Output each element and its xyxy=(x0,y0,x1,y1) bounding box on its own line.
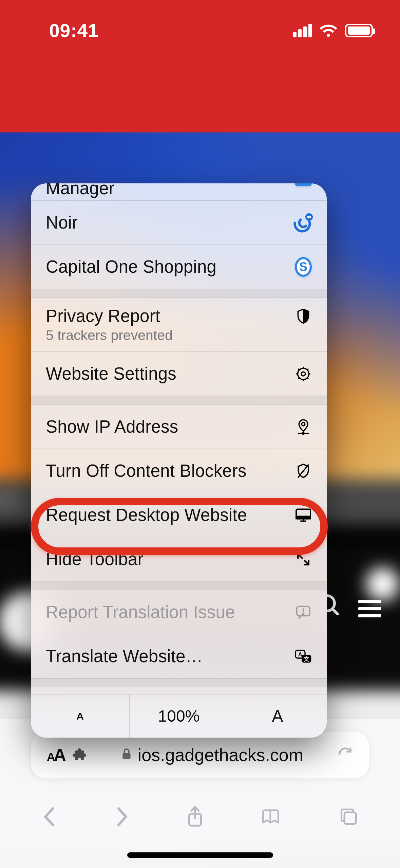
svg-line-15 xyxy=(299,378,299,378)
website-settings[interactable]: Website Settings xyxy=(31,351,327,396)
extension-lastpass[interactable]: LastPass: Free Password Manager xyxy=(31,183,327,200)
listen-to-page: Listen to Page xyxy=(31,687,327,694)
extension-capital-one-icon: S xyxy=(295,257,312,277)
shield-slash-icon xyxy=(295,463,312,479)
gear-icon xyxy=(295,366,312,381)
location-pin-icon xyxy=(295,419,312,435)
safari-toolbar: AA ios.gadgethacks.com xyxy=(0,719,400,868)
status-bar: 09:41 xyxy=(0,0,400,61)
exclamation-bubble-icon xyxy=(295,605,312,619)
extension-lastpass-icon xyxy=(295,183,312,186)
extension-noir[interactable]: Noir xyxy=(31,200,327,245)
extension-lastpass-label: LastPass: Free Password Manager xyxy=(46,183,295,198)
turn-off-content-blockers[interactable]: Turn Off Content Blockers xyxy=(31,449,327,493)
home-indicator[interactable] xyxy=(127,852,273,858)
expand-arrows-icon xyxy=(295,552,312,566)
svg-point-16 xyxy=(302,422,305,426)
svg-text:文: 文 xyxy=(303,656,309,662)
extension-noir-icon xyxy=(295,213,312,233)
menu-separator xyxy=(31,678,327,687)
svg-rect-5 xyxy=(309,216,311,218)
privacy-report-label: Privacy Report xyxy=(46,306,295,326)
zoom-level-label: 100% xyxy=(158,707,200,725)
lock-icon xyxy=(121,748,132,762)
bookmarks-button[interactable] xyxy=(261,808,283,827)
show-ip-address[interactable]: Show IP Address xyxy=(31,404,327,449)
hide-toolbar[interactable]: Hide Toolbar xyxy=(31,537,327,581)
request-desktop-label: Request Desktop Website xyxy=(46,505,295,525)
svg-point-7 xyxy=(301,372,305,376)
request-desktop-website[interactable]: Request Desktop Website xyxy=(31,493,327,537)
extension-capital-one-label: Capital One Shopping xyxy=(46,257,295,277)
menu-separator xyxy=(31,396,327,404)
aa-big: A xyxy=(54,745,65,764)
report-translation-issue: Report Translation Issue xyxy=(31,590,327,634)
svg-line-13 xyxy=(307,378,308,378)
bg-won-label: WON xyxy=(0,494,22,506)
zoom-big-a: A xyxy=(272,706,283,726)
desktop-icon xyxy=(295,508,312,522)
svg-point-3 xyxy=(305,213,313,221)
privacy-report-subtitle: 5 trackers prevented xyxy=(46,327,173,343)
cellular-signal-icon xyxy=(293,24,312,37)
svg-point-18 xyxy=(302,432,304,434)
battery-icon xyxy=(345,24,373,37)
report-translation-label: Report Translation Issue xyxy=(46,602,295,622)
tabs-button[interactable] xyxy=(339,807,358,828)
svg-rect-21 xyxy=(296,516,310,519)
privacy-report[interactable]: Privacy Report 5 trackers prevented xyxy=(31,297,327,351)
svg-line-14 xyxy=(307,369,308,369)
extensions-icon[interactable] xyxy=(72,747,87,763)
extension-capital-one-shopping[interactable]: Capital One Shopping S xyxy=(31,245,327,289)
page-settings-menu: LastPass: Free Password Manager Noir xyxy=(31,183,327,738)
menu-separator xyxy=(31,581,327,590)
svg-point-28 xyxy=(303,613,304,614)
url-bar[interactable]: AA ios.gadgethacks.com xyxy=(31,731,369,779)
shield-icon xyxy=(295,309,312,324)
menu-separator xyxy=(31,289,327,297)
show-ip-label: Show IP Address xyxy=(46,417,295,437)
zoom-level[interactable]: 100% xyxy=(129,694,228,738)
svg-line-12 xyxy=(299,369,299,369)
content-blockers-label: Turn Off Content Blockers xyxy=(46,461,295,481)
zoom-out-button[interactable]: A xyxy=(31,694,129,738)
zoom-control: A 100% A xyxy=(31,694,327,738)
forward-button[interactable] xyxy=(114,807,130,828)
status-time: 09:41 xyxy=(49,20,99,41)
svg-rect-38 xyxy=(122,753,130,759)
back-button[interactable] xyxy=(42,807,57,828)
hide-toolbar-label: Hide Toolbar xyxy=(46,549,295,569)
hamburger-menu-icon[interactable] xyxy=(358,596,381,621)
translate-icon: A文 xyxy=(295,649,312,664)
reload-icon[interactable] xyxy=(338,746,353,763)
website-settings-label: Website Settings xyxy=(46,364,295,384)
aa-small: A xyxy=(47,750,54,763)
zoom-small-a: A xyxy=(76,710,84,722)
extension-noir-label: Noir xyxy=(46,213,295,233)
page-settings-button[interactable]: AA xyxy=(47,745,65,765)
svg-line-1 xyxy=(332,609,338,614)
share-button[interactable] xyxy=(186,806,204,829)
svg-rect-41 xyxy=(344,812,356,824)
wifi-icon xyxy=(319,24,338,37)
translate-website[interactable]: Translate Website… A文 xyxy=(31,634,327,678)
zoom-in-button[interactable]: A xyxy=(228,694,327,738)
svg-rect-4 xyxy=(307,216,309,218)
url-domain: ios.gadgethacks.com xyxy=(138,745,304,765)
translate-website-label: Translate Website… xyxy=(46,646,295,666)
